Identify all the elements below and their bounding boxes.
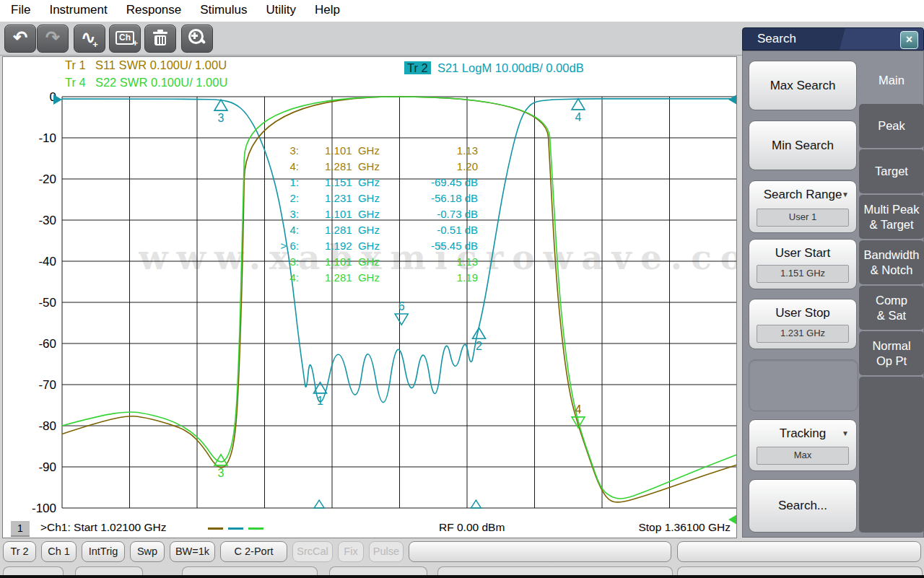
marker-number: 3:	[263, 206, 299, 222]
tr1-color-dash	[208, 527, 223, 530]
y-axis-tick-label: -20	[38, 172, 56, 186]
vna-application: FileInstrumentResponseStimulusUtilityHel…	[0, 0, 924, 578]
add-channel-button[interactable]: Ch+	[109, 25, 141, 53]
status-button-srccal[interactable]: SrcCal	[292, 541, 333, 562]
status-field-empty[interactable]	[677, 541, 921, 562]
undo-button[interactable]: ↶	[4, 25, 36, 53]
menu-bar: FileInstrumentResponseStimulusUtilityHel…	[0, 0, 924, 22]
y-axis-tick-label: -60	[38, 337, 56, 351]
close-icon[interactable]: ×	[900, 31, 918, 49]
status-button-c-2-port[interactable]: C 2-Port	[220, 541, 287, 562]
softkey-value[interactable]: User 1	[757, 209, 849, 227]
menu-item-file[interactable]: File	[1, 0, 40, 20]
marker-row: 3:1.101 GHz1.13	[263, 143, 478, 159]
delete-button[interactable]	[144, 25, 176, 53]
y-axis-tick-label: -100	[32, 502, 56, 515]
max-search-button[interactable]: Max Search	[749, 61, 857, 110]
status-button-tr-2[interactable]: Tr 2	[3, 541, 36, 562]
marker-row: 3:1.101 GHz-0.73 dB	[263, 206, 478, 222]
y-axis-tick-label: -90	[38, 460, 56, 474]
marker-4-label: 4	[575, 403, 582, 416]
add-channel-icon: Ch+	[116, 31, 134, 45]
ref-level-arrow-tr2[interactable]	[728, 95, 737, 105]
status-button-inttrig[interactable]: IntTrig	[82, 541, 125, 562]
tab-multi-peak-target[interactable]: Multi Peak & Target	[859, 195, 924, 239]
channel-status-bar: 1 >Ch1: Start 1.02100 GHz RF 0.00 dBm St…	[3, 519, 737, 538]
marker-row: 3:1.101 GHz1.13	[263, 254, 478, 270]
status-button-ch-1[interactable]: Ch 1	[41, 541, 77, 562]
marker-2-symbol[interactable]	[473, 328, 486, 338]
status-button-pulse[interactable]: Pulse	[369, 541, 404, 562]
tab-peak[interactable]: Peak	[859, 104, 924, 148]
add-trace-button[interactable]: ∿+	[74, 25, 105, 53]
status-button-bw-1k[interactable]: BW=1k	[170, 541, 215, 562]
trash-icon	[154, 30, 167, 46]
menu-item-instrument[interactable]: Instrument	[40, 0, 116, 20]
offscale-marker-symbol	[471, 500, 481, 508]
search-panel-titlebar[interactable]: Search ×	[742, 27, 924, 51]
chevron-down-icon: ▼	[842, 429, 849, 437]
marker-table: 3:1.101 GHz1.134:1.281 GHz1.201:1.151 GH…	[263, 143, 478, 286]
softkey-label: User Stop	[749, 306, 856, 320]
status-button-swp[interactable]: Swp	[130, 541, 165, 562]
marker-frequency: 1.101 GHz	[299, 254, 406, 270]
trace-format: S22 SWR 0.100U/ 1.00U	[89, 76, 228, 89]
menu-item-help[interactable]: Help	[305, 0, 349, 20]
legend-tr2[interactable]: Tr 2 S21 LogM 10.00dB/ 0.00dB	[404, 61, 584, 75]
zoom-in-icon	[188, 28, 206, 47]
marker-6-symbol[interactable]	[395, 314, 408, 325]
tab-column-filler	[859, 377, 924, 533]
trace-id: Tr 1	[62, 58, 89, 71]
channel-number-badge: 1	[11, 521, 30, 537]
marker-3-label: 3	[218, 112, 225, 124]
rf-power-label: RF 0.00 dBm	[439, 521, 505, 534]
softkey-label: Min Search	[749, 128, 856, 162]
legend-tr4[interactable]: Tr 4 S22 SWR 0.100U/ 1.00U	[62, 76, 227, 89]
min-search-button[interactable]: Min Search	[749, 121, 857, 170]
marker-frequency: 1.281 GHz	[299, 222, 406, 238]
tracking-button[interactable]: Tracking▼Max	[749, 419, 857, 471]
menu-item-response[interactable]: Response	[117, 0, 191, 20]
y-axis-tick-label: -70	[38, 378, 56, 392]
search-range-button[interactable]: Search Range▼User 1	[749, 180, 857, 233]
status-button-fix[interactable]: Fix	[338, 541, 364, 562]
tab-main[interactable]: Main	[859, 58, 924, 102]
tab-normal-op-pt[interactable]: Normal Op Pt	[859, 331, 924, 375]
marker-frequency: 1.151 GHz	[299, 175, 406, 191]
marker-number: 4:	[263, 222, 299, 238]
chevron-down-icon: ▼	[842, 191, 849, 198]
marker-value: 1.13	[406, 254, 478, 270]
status-field-empty[interactable]	[409, 541, 671, 562]
start-frequency-label: >Ch1: Start 1.02100 GHz	[40, 521, 166, 534]
undo-icon: ↶	[13, 27, 27, 47]
user-stop-button[interactable]: User Stop1.231 GHz	[749, 299, 857, 349]
marker-row: 2:1.231 GHz-56.18 dB	[263, 191, 478, 206]
marker-value: 1.20	[406, 159, 478, 175]
menu-item-utility[interactable]: Utility	[256, 0, 305, 20]
legend-tr1[interactable]: Tr 1 S11 SWR 0.100U/ 1.00U	[62, 58, 227, 72]
tab-bandwidth-notch[interactable]: Bandwidth & Notch	[859, 240, 924, 284]
marker-number: 4:	[263, 159, 299, 175]
redo-button[interactable]: ↷	[37, 25, 69, 53]
graph-area: 0-10-20-30-40-50-60-70-80-90-1003412634	[3, 57, 737, 533]
tab-target[interactable]: Target	[859, 149, 924, 193]
marker-3-label: 3	[218, 467, 225, 479]
marker-4-symbol[interactable]	[572, 99, 585, 110]
softkey-label: Tracking	[749, 426, 856, 441]
tab-comp-sat[interactable]: Comp & Sat	[859, 286, 924, 330]
menu-item-stimulus[interactable]: Stimulus	[191, 0, 256, 20]
search-button[interactable]: Search...	[749, 479, 857, 533]
empty-softkey-slot	[749, 359, 858, 411]
zoom-in-button[interactable]	[181, 25, 213, 53]
marker-frequency: 1.101 GHz	[299, 143, 406, 159]
y-axis-tick-label: -80	[38, 419, 56, 433]
marker-row: 4:1.281 GHz1.20	[263, 159, 478, 175]
search-panel: Search × Max SearchMin SearchSearch Rang…	[742, 27, 924, 538]
softkey-value[interactable]: 1.231 GHz	[757, 325, 849, 343]
ref-level-arrow-tr2[interactable]	[53, 95, 62, 105]
plot-window: Tr 1 S11 SWR 0.100U/ 1.00U Tr 2 S21 LogM…	[2, 56, 737, 538]
marker-number: 4:	[263, 270, 299, 286]
softkey-value[interactable]: Max	[757, 447, 849, 465]
user-start-button[interactable]: User Start1.151 GHz	[749, 239, 857, 289]
softkey-value[interactable]: 1.151 GHz	[757, 265, 849, 283]
